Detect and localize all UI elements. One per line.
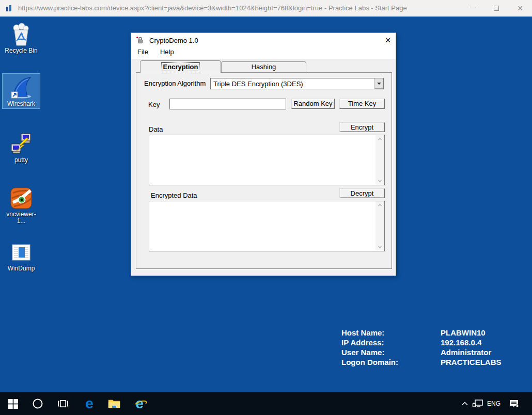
scroll-up-icon xyxy=(378,137,382,141)
wireshark-icon xyxy=(9,75,34,100)
edge-button[interactable]: e xyxy=(78,392,101,415)
desktop-icon-windump[interactable]: WinDump xyxy=(3,238,40,272)
desktop: Recycle Bin Wireshark putty xyxy=(0,17,532,392)
action-center-button[interactable] xyxy=(503,392,525,415)
minimize-icon xyxy=(470,8,476,8)
user-name-value: Administrator xyxy=(441,347,502,357)
close-icon: ✕ xyxy=(517,5,523,12)
data-label: Data xyxy=(149,125,163,133)
key-input[interactable] xyxy=(169,99,286,109)
cryptodemo-window: CryptoDemo 1.0 ✕ File Help Encryption Ha… xyxy=(131,33,396,276)
file-explorer-button[interactable] xyxy=(103,392,126,415)
chevron-down-icon xyxy=(377,83,381,85)
minimize-button[interactable] xyxy=(461,0,484,17)
language-code: ENG xyxy=(487,400,500,407)
browser-titlebar: https://www.practice-labs.com/device.asp… xyxy=(0,0,532,17)
decrypt-button[interactable]: Decrypt xyxy=(339,188,385,198)
tab-encryption-label: Encryption xyxy=(162,63,200,71)
recycle-bin-icon xyxy=(9,22,34,47)
desktop-icon-label: putty xyxy=(3,157,40,164)
padlock-icon xyxy=(136,36,144,44)
cryptodemo-menubar: File Help xyxy=(131,47,396,59)
dropdown-arrow-button[interactable] xyxy=(374,78,383,89)
encrypted-data-text xyxy=(151,202,374,250)
logon-domain-label: Logon Domain: xyxy=(341,357,441,367)
tab-encryption[interactable]: Encryption xyxy=(140,60,221,73)
desktop-icon-label: Wireshark xyxy=(3,101,40,107)
windows-logo-icon xyxy=(8,399,18,409)
desktop-icon-label: vncviewer-1... xyxy=(3,211,40,225)
internet-explorer-icon: e xyxy=(135,396,144,411)
cryptodemo-titlebar[interactable]: CryptoDemo 1.0 ✕ xyxy=(131,33,396,47)
putty-icon xyxy=(9,132,34,156)
ip-address-label: IP Address: xyxy=(341,338,441,347)
data-scrollbar[interactable] xyxy=(375,135,384,185)
close-button[interactable]: ✕ xyxy=(508,0,532,17)
host-name-label: Host Name: xyxy=(341,328,441,338)
scroll-down-icon xyxy=(378,245,382,249)
encrypt-button[interactable]: Encrypt xyxy=(339,122,385,132)
browser-title: https://www.practice-labs.com/device.asp… xyxy=(18,4,407,12)
encrypted-data-scrollbar[interactable] xyxy=(375,201,384,251)
menu-file[interactable]: File xyxy=(136,47,149,56)
host-name-value: PLABWIN10 xyxy=(441,328,502,338)
scroll-down-icon xyxy=(378,179,382,183)
encrypted-data-textarea[interactable] xyxy=(149,201,385,251)
tab-hashing-label: Hashing xyxy=(252,63,276,71)
action-center-icon xyxy=(509,399,519,408)
task-view-button[interactable] xyxy=(52,392,74,415)
start-button[interactable] xyxy=(2,392,24,415)
scroll-up-icon xyxy=(378,203,382,207)
edge-icon: e xyxy=(85,396,93,411)
desktop-icon-putty[interactable]: putty xyxy=(3,130,40,164)
logon-domain-value: PRACTICELABS xyxy=(441,357,502,367)
desktop-icon-vncviewer[interactable]: vncviewer-1... xyxy=(3,184,40,225)
time-key-button[interactable]: Time Key xyxy=(339,99,385,109)
encrypted-data-label: Encrypted Data xyxy=(151,191,197,199)
maximize-icon xyxy=(494,6,499,11)
file-explorer-icon xyxy=(108,398,120,409)
cryptodemo-body: Encryption Hashing Encryption Algorithm … xyxy=(131,59,396,276)
task-view-icon xyxy=(57,399,69,408)
random-key-button[interactable]: Random Key xyxy=(291,99,335,109)
encryption-tab-panel: Encryption Algorithm Triple DES Encrypti… xyxy=(136,72,392,269)
encryption-algorithm-dropdown[interactable]: Triple DES Encryption (3DES) xyxy=(210,78,384,89)
vnc-viewer-icon xyxy=(9,186,34,211)
window-close-button[interactable]: ✕ xyxy=(380,36,391,44)
taskbar: e e ENG xyxy=(0,392,532,415)
encryption-algorithm-label: Encryption Algorithm xyxy=(144,79,206,87)
user-name-label: User Name: xyxy=(341,347,441,357)
screen: https://www.practice-labs.com/device.asp… xyxy=(0,0,532,415)
menu-help[interactable]: Help xyxy=(159,47,175,56)
cortana-circle-icon xyxy=(32,398,43,409)
ip-address-value: 192.168.0.4 xyxy=(441,338,502,347)
desktop-icon-label: Recycle Bin xyxy=(3,47,40,54)
desktop-icon-recycle-bin[interactable]: Recycle Bin xyxy=(3,21,40,54)
windump-icon xyxy=(9,240,34,265)
tab-hashing[interactable]: Hashing xyxy=(221,61,306,72)
host-info-panel: Host Name: PLABWIN10 IP Address: 192.168… xyxy=(341,328,502,367)
data-textarea[interactable] xyxy=(149,135,385,185)
desktop-icon-label: WinDump xyxy=(3,265,40,272)
cortana-search-button[interactable] xyxy=(26,392,49,415)
maximize-button[interactable] xyxy=(484,0,508,17)
practice-labs-favicon-icon xyxy=(5,4,13,12)
internet-explorer-button[interactable]: e xyxy=(128,392,151,415)
data-text xyxy=(151,136,374,184)
desktop-icon-wireshark[interactable]: Wireshark xyxy=(3,74,40,108)
key-label: Key xyxy=(148,101,160,108)
window-title: CryptoDemo 1.0 xyxy=(149,37,198,44)
encryption-algorithm-value: Triple DES Encryption (3DES) xyxy=(211,80,374,88)
